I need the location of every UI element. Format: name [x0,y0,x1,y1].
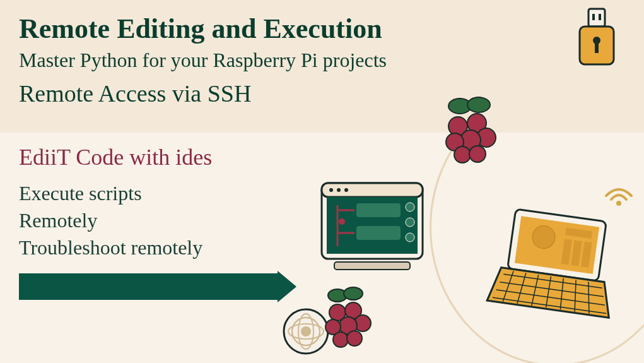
svg-rect-22 [356,226,401,240]
usb-lock-icon [568,8,625,90]
wifi-icon [600,170,638,208]
fruit-icon [278,284,391,360]
svg-point-62 [333,332,348,347]
svg-point-24 [406,218,414,227]
svg-point-14 [469,146,486,162]
arrow-bar [19,273,296,300]
svg-point-64 [616,201,621,206]
svg-rect-30 [334,262,410,270]
edit-heading: EdiiT Code with ides [19,144,625,170]
svg-point-25 [406,233,414,242]
svg-rect-5 [595,43,599,53]
monitor-icon [309,177,435,290]
svg-point-29 [339,218,345,225]
svg-rect-0 [588,9,605,27]
svg-point-13 [454,146,471,163]
svg-point-54 [301,326,311,336]
svg-rect-2 [599,14,601,20]
svg-point-18 [337,188,341,192]
raspberry-icon [436,95,505,170]
top-section: Remote Editing and Execution Master Pyth… [0,0,644,133]
svg-point-7 [467,97,490,112]
svg-point-63 [347,331,362,346]
svg-rect-21 [356,203,401,217]
page-title: Remote Editing and Execution [19,13,625,45]
svg-rect-1 [592,14,595,20]
svg-point-19 [344,188,348,192]
laptop-icon [480,208,625,322]
ssh-heading: Remote Access via SSH [19,80,625,107]
svg-point-56 [344,287,363,300]
svg-point-17 [329,188,333,192]
svg-point-23 [406,203,414,211]
page-subtitle: Master Python for your Raspberry Pi proj… [19,49,625,72]
